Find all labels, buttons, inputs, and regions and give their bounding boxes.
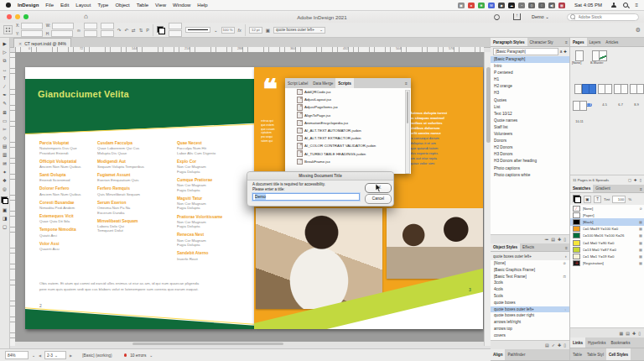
swatch-item[interactable]: ✛ [Registration] ▦ xyxy=(570,260,644,267)
scripts-scrollbar[interactable] xyxy=(405,90,410,174)
gradient-tool[interactable]: ▤ xyxy=(1,144,8,149)
tab-pages[interactable]: Pages xyxy=(570,38,587,46)
paragraph-style-item[interactable]: [Basic Paragraph] xyxy=(491,56,569,63)
swatch-item[interactable]: ∕ [None] ⊘ xyxy=(570,205,644,212)
horizontal-scrollbar[interactable] xyxy=(15,342,484,346)
code-icon[interactable]: ⟨⟩ xyxy=(528,3,535,8)
prev-page-arrow[interactable]: ◀ xyxy=(39,353,41,358)
frame-fitting-icon[interactable]: ▣ xyxy=(266,28,270,33)
title-input[interactable]: Demo xyxy=(252,193,360,201)
paragraph-style-item[interactable]: Staff list xyxy=(491,124,569,131)
rotate-ccw-icon[interactable]: ↶ xyxy=(124,28,128,33)
tab-object-styles[interactable]: Object Styles xyxy=(491,243,520,251)
spread-8-9[interactable]: 8-9 xyxy=(624,84,644,109)
tab-align-pathfinder[interactable]: Align xyxy=(491,349,505,360)
object-style-item[interactable]: [Basic Graphics Frame] xyxy=(491,267,569,274)
menu-indesign[interactable]: InDesign xyxy=(18,3,39,8)
master-none-thumb[interactable] xyxy=(575,50,584,61)
container-button[interactable]: ▣ xyxy=(584,196,591,203)
tab-links-group[interactable]: Links xyxy=(570,337,585,348)
delete-swatch-icon[interactable]: ▯ xyxy=(638,331,641,336)
tab-gradient[interactable]: Gradient xyxy=(593,185,613,192)
spotlight-search-icon[interactable] xyxy=(623,3,629,8)
scripts-tab[interactable]: Scripts xyxy=(335,78,354,88)
menu-window[interactable]: Window xyxy=(173,3,190,8)
paragraph-style-item[interactable]: Intro xyxy=(491,63,569,70)
scale-y-field[interactable] xyxy=(84,30,97,37)
scissors-tool[interactable]: ✂ xyxy=(1,127,8,133)
volume-icon[interactable]: ◀) xyxy=(548,3,555,8)
tab-layers[interactable]: Layers xyxy=(587,38,604,46)
zoom-level-field[interactable]: 84% xyxy=(5,351,29,359)
h-field[interactable] xyxy=(51,30,73,37)
paragraph-style-item[interactable]: Quote names xyxy=(491,118,569,124)
corner-size-field[interactable]: 12 pt xyxy=(249,27,262,34)
fill-stroke-proxy[interactable] xyxy=(573,195,581,203)
paragraph-style-item[interactable]: H2 orange xyxy=(491,83,569,90)
object-style-item[interactable]: quote boxes xyxy=(491,300,569,306)
panel-gear-icon[interactable]: ⚙ xyxy=(636,27,641,34)
object-style-dropdown[interactable]: quote boxes outer left+⌄ xyxy=(273,27,325,34)
pencil-tool[interactable]: ✎ xyxy=(1,101,8,107)
tab-effects[interactable]: Effects xyxy=(520,243,537,251)
script-item[interactable]: AdjustPageItems.jsx xyxy=(285,103,411,111)
script-item[interactable]: AddQRCode.jsx xyxy=(285,88,411,96)
menu-edit[interactable]: Edit xyxy=(60,3,69,8)
stroke-weight-field[interactable] xyxy=(169,23,182,29)
pin-icon[interactable]: ⌖ xyxy=(564,254,567,259)
direct-selection-tool[interactable]: ▷ xyxy=(1,50,8,55)
eyedropper-tool[interactable]: ✦ xyxy=(1,170,8,175)
object-style-item[interactable]: [Basic Text Frame]⊡ xyxy=(491,274,569,280)
menu-table[interactable]: Table xyxy=(137,3,148,8)
plus-icon[interactable]: ✚ xyxy=(564,50,567,54)
object-style-item[interactable]: arrows left/right xyxy=(491,319,569,326)
type-tool[interactable]: T xyxy=(1,76,8,81)
new-style-icon[interactable]: ✚ xyxy=(558,343,561,348)
scripts-tab[interactable]: Script Label xyxy=(285,78,310,88)
swatch-item[interactable]: [Black] ▦ xyxy=(570,218,644,225)
photo-woman-laptop[interactable] xyxy=(256,208,382,309)
script-item[interactable]: AI_ALT-TEXT AUTOMATOR.jsxbin xyxy=(285,127,411,134)
stroke-type-field[interactable] xyxy=(169,30,182,37)
new-group-icon[interactable]: ▤ xyxy=(551,237,555,242)
text-button[interactable]: T xyxy=(594,196,601,203)
apply-color-icon[interactable]: ◨ xyxy=(1,216,8,222)
menu-help[interactable]: Help xyxy=(197,3,207,8)
tab-table-group[interactable]: Table Styl xyxy=(584,348,606,360)
menu-layout[interactable]: Layout xyxy=(75,3,91,8)
effects-fx-icon[interactable]: fx xyxy=(238,28,242,33)
preflight-errors[interactable]: 10 errors xyxy=(130,353,146,358)
page-nav-field[interactable]: 2-3 ⌄ xyxy=(44,351,66,359)
paragraph-style-item[interactable]: H3 xyxy=(491,90,569,97)
new-page-icon[interactable]: ✚ xyxy=(634,178,637,182)
opacity-field[interactable]: 100 % xyxy=(221,27,235,34)
hand-tool[interactable]: ❖ xyxy=(1,178,8,184)
script-item[interactable]: AI_ALT-TEXT EXTRACTOR.jsxbin xyxy=(285,134,411,142)
tools-fill-stroke-proxy[interactable] xyxy=(1,196,8,204)
new-style-icon[interactable]: ✚ xyxy=(558,237,561,242)
new-group-icon[interactable]: ▤ xyxy=(545,343,549,348)
edit-page-size-icon[interactable]: ▢ xyxy=(628,178,631,182)
screen-icon[interactable]: ▣ xyxy=(458,3,465,8)
paragraph-style-item[interactable]: H3 Donors after heading xyxy=(491,158,569,165)
paragraph-style-item[interactable]: H3 Donors xyxy=(491,151,569,158)
tab-articles[interactable]: Articles xyxy=(603,38,621,46)
object-style-item[interactable]: quote boxes outer right xyxy=(491,312,569,319)
shear-field[interactable] xyxy=(101,30,114,37)
pen-tool[interactable]: ✒ xyxy=(1,92,8,98)
object-style-item[interactable]: covers xyxy=(491,332,569,339)
workspace-switcher[interactable]: Demo ⌄ xyxy=(532,14,549,19)
cc-library-icon[interactable]: ≔ xyxy=(544,237,548,242)
script-item[interactable]: AlignToPage.jsx xyxy=(285,112,411,119)
paragraph-style-item[interactable]: Photo captions white xyxy=(491,172,569,179)
object-style-item[interactable]: quote boxes outer left+▫ xyxy=(491,306,569,313)
script-item[interactable]: AI_COLOR CONTRAST VALIDATOR.jsxbin xyxy=(285,142,411,149)
w-field[interactable] xyxy=(52,23,74,29)
record-icon[interactable]: ● xyxy=(468,3,475,8)
tab-align-pathfinder[interactable]: Pathfinder xyxy=(505,349,527,360)
flip-vertical-icon[interactable]: ⇅ xyxy=(139,28,143,33)
close-tab-icon[interactable]: ✕ xyxy=(18,41,22,46)
spread-10-11[interactable]: 10-11 xyxy=(567,101,592,126)
menu-file[interactable]: File xyxy=(45,3,54,8)
selection-tool[interactable]: ▶ xyxy=(1,41,8,47)
